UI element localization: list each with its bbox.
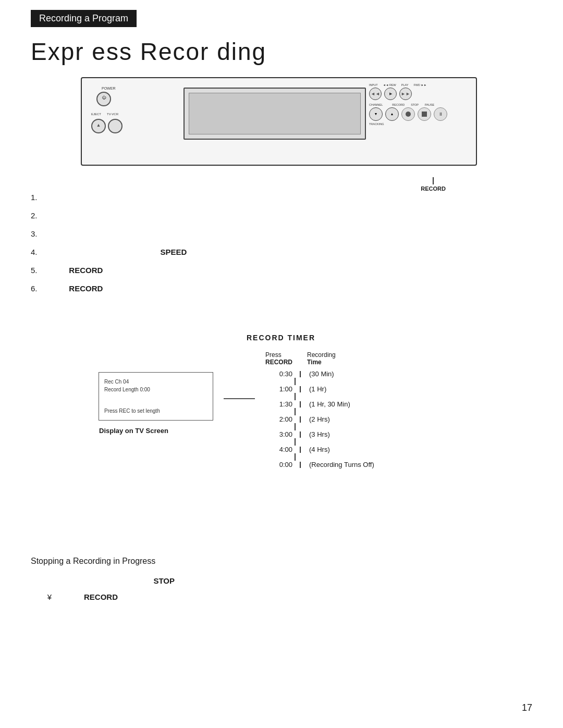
timer-time-3: 2:00: [265, 415, 297, 423]
input-label: INPUT: [369, 83, 378, 87]
stop-keyword: STOP: [153, 576, 175, 585]
step-5-keyword: RECORD: [69, 266, 103, 275]
vcr-illustration: POWER ⏻ EJECT TV·VCR ▲ INPUT ◄◄ REW PLAY…: [81, 77, 477, 176]
timer-row-5: 4:00 (4 Hrs): [265, 446, 390, 453]
step-6-number: 6.: [31, 283, 52, 294]
tvvcr-label: TV·VCR: [107, 113, 118, 116]
transport-top-labels: INPUT ◄◄ REW PLAY FWD ►►: [369, 83, 471, 87]
record-label-small: RECORD: [392, 103, 405, 106]
bottom-buttons: ⏸: [369, 107, 471, 121]
stopping-section: Stopping a Recording in Progress STOP ¥ …: [31, 557, 531, 609]
transport-buttons: ◄◄ ►►: [369, 88, 471, 100]
cassette-slot: [183, 88, 366, 140]
timer-time-5: 4:00: [265, 446, 297, 453]
cassette-slot-inner: [189, 93, 361, 134]
stopping-step-1-text: STOP: [58, 576, 175, 585]
step-1-number: 1.: [31, 192, 52, 203]
timer-tick-0: [297, 371, 304, 377]
timer-diagram: Rec Ch 04 Record Length 0:00 Press REC t…: [31, 351, 531, 468]
tv-display-line1: Rec Ch 04: [104, 379, 207, 385]
timer-tick-2: [297, 401, 304, 408]
record-col-label: RECORD: [265, 359, 307, 366]
step-6-text: RECORD: [52, 283, 531, 294]
rec-col-header: Recording Time: [307, 351, 390, 366]
timer-desc-0: (30 Min): [304, 370, 334, 378]
record-arrow-group: RECORD: [421, 177, 446, 192]
press-table-header: Press RECORD Recording Time: [265, 351, 390, 366]
tvvcr-button: [108, 119, 123, 133]
timer-time-0: 0:30: [265, 370, 297, 378]
timer-time-6: 0:00: [265, 461, 297, 468]
tv-display-line2: Record Length 0:00: [104, 387, 207, 392]
tv-screen-box: Rec Ch 04 Record Length 0:00 Press REC t…: [99, 372, 213, 421]
timer-vline-1: [295, 393, 296, 400]
record-timer-heading: RECORD TIMER: [31, 334, 531, 342]
channel-labels-row: CHANNEL RECORD STOP PAUSE: [369, 103, 471, 106]
stopping-step-2-text: RECORD: [58, 593, 118, 601]
press-table: Press RECORD Recording Time 0:30 (30 Min…: [265, 351, 390, 468]
stopping-step-2: ¥ RECORD: [31, 593, 531, 601]
stop-square: [422, 112, 427, 117]
connector-line-h: [224, 398, 255, 399]
press-label: Press: [265, 351, 282, 359]
rew-label: ◄◄ REW: [383, 83, 396, 87]
tv-display-line3: Press REC to set length: [104, 408, 207, 414]
vcr-body: POWER ⏻ EJECT TV·VCR ▲ INPUT ◄◄ REW PLAY…: [81, 77, 477, 166]
timer-vline-0: [295, 378, 296, 385]
timer-row-4: 3:00 (3 Hrs): [265, 430, 390, 438]
timer-tick-5: [297, 447, 304, 453]
step-4: 4. SPEED: [31, 246, 531, 257]
timer-row-3: 2:00 (2 Hrs): [265, 415, 390, 423]
timer-vline-4: [295, 438, 296, 446]
press-col-header: Press RECORD: [265, 351, 307, 366]
stop-label-small: STOP: [411, 103, 419, 106]
section-header-bar: Recording a Program: [31, 10, 137, 27]
timer-time-1: 1:00: [265, 385, 297, 393]
speed-keyword: SPEED: [160, 248, 187, 256]
step-2: 2.: [31, 210, 531, 221]
step-5-text: RECORD: [52, 265, 531, 276]
eject-button: ▲: [91, 119, 106, 133]
timer-desc-5: (4 Hrs): [304, 446, 330, 453]
channel-label: CHANNEL: [369, 103, 383, 106]
timer-row-2: 1:30 (1 Hr, 30 Min): [265, 400, 390, 408]
stopping-step-2-label: ¥: [31, 593, 52, 601]
timer-row-0: 0:30 (30 Min): [265, 370, 390, 378]
recording-time-label: Recording: [307, 351, 336, 359]
timer-tick-1: [297, 386, 304, 392]
record-keyword-stop: RECORD: [84, 593, 118, 601]
channel-up-button: [385, 107, 399, 121]
play-button: [384, 88, 397, 100]
power-label: POWER: [102, 87, 115, 90]
step-6: 6. RECORD: [31, 283, 531, 294]
vcr-left-controls: POWER ⏻ EJECT TV·VCR ▲: [87, 82, 181, 161]
step-6-keyword: RECORD: [69, 284, 103, 293]
record-label-below: RECORD: [421, 186, 446, 192]
page-number: 17: [522, 702, 532, 713]
step-4-number: 4.: [31, 246, 52, 257]
pause-button-vcr: ⏸: [434, 107, 447, 121]
fwd-label: FWD ►►: [413, 83, 426, 87]
step-5: 5. RECORD: [31, 265, 531, 276]
timer-vline-3: [295, 423, 296, 430]
pause-label-small: PAUSE: [425, 103, 434, 106]
timer-desc-2: (1 Hr, 30 Min): [304, 400, 350, 408]
eject-label: EJECT: [91, 113, 101, 116]
vcr-right-controls: INPUT ◄◄ REW PLAY FWD ►► ◄◄ ►► CHANNEL R…: [369, 83, 471, 126]
step-4-text: SPEED: [52, 246, 531, 257]
stop-button-vcr: [418, 107, 431, 121]
timer-tick-6: [297, 462, 304, 468]
power-button: ⏻: [96, 92, 111, 106]
record-timer-section: RECORD TIMER Rec Ch 04 Record Length 0:0…: [31, 334, 531, 468]
tv-screen-area: Rec Ch 04 Record Length 0:00 Press REC t…: [99, 351, 213, 421]
channel-down-button: [369, 107, 383, 121]
step-3-number: 3.: [31, 228, 52, 239]
section-header-text: Recording a Program: [39, 13, 128, 23]
timer-row-6: 0:00 (Recording Turns Off): [265, 461, 390, 468]
timer-tick-3: [297, 416, 304, 423]
play-label: PLAY: [401, 83, 409, 87]
steps-section: 1. 2. 3. 4. SPEED 5. RECORD 6.: [31, 192, 531, 301]
timer-vline-2: [295, 408, 296, 415]
timer-time-2: 1:30: [265, 400, 297, 408]
record-dot: [406, 112, 411, 117]
